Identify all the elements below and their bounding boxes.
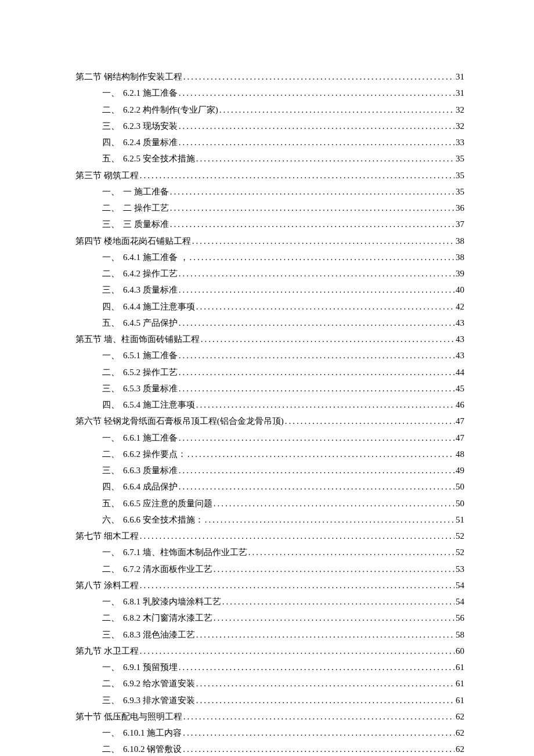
toc-entry-title: 6.4.4 施工注意事项 [123,302,195,311]
toc-entry-title: 6.5.2 操作工艺 [123,368,178,377]
toc-leader-dots [179,119,454,134]
toc-entry: 第十节 低压配电与照明工程62 [75,710,464,724]
toc-entry-title: 6.2.2 构件制作(专业厂家) [123,105,218,114]
toc-item-number: 二、 [102,676,123,691]
toc-item-number: 一、 [102,250,123,265]
toc-entry: 一、6.8.1 乳胶漆内墙涂料工艺54 [102,595,464,609]
toc-leader-dots [179,381,454,396]
toc-leader-dots [179,86,454,100]
toc-item-number: 五、 [102,496,123,511]
toc-entry: 二、6.10.2 钢管敷设62 [102,742,464,756]
toc-leader-dots [196,398,454,412]
toc-entry-title: 6.7.2 清水面板作业工艺 [123,564,212,574]
toc-entry: 四、6.5.4 施工注意事项46 [102,398,464,412]
toc-item-number: 二、 [102,267,123,281]
toc-leader-dots [179,660,454,675]
toc-entry-label: 四、6.4.4 施工注意事项 [102,300,195,314]
toc-entry-title: 钢结构制作安装工程 [104,72,182,81]
toc-entry-title: 6.10.2 钢管敷设 [123,744,182,754]
toc-entry-label: 二、6.10.2 钢管敷设 [102,742,182,756]
toc-entry-title: 水卫工程 [104,646,139,656]
toc-entry-label: 第九节 水卫工程 [75,644,139,658]
toc-page-number: 32 [456,119,464,134]
toc-item-number: 二、 [102,611,123,625]
toc-page-number: 31 [456,70,464,84]
toc-entry-title: 砌筑工程 [104,171,139,180]
toc-entry: 二、6.4.2 操作工艺39 [102,267,464,281]
toc-entry-label: 一、6.7.1 墙、柱饰面木制品作业工艺 [102,545,247,560]
toc-page-number: 43 [456,332,464,347]
toc-page-number: 62 [456,726,464,740]
toc-entry-label: 第四节 楼地面花岗石铺贴工程 [75,234,191,249]
toc-page-number: 39 [456,267,464,281]
toc-entry-label: 第七节 细木工程 [75,529,139,543]
toc-entry-label: 二、6.2.2 构件制作(专业厂家) [102,103,218,117]
toc-entry-title: 6.6.1 施工准备 [123,433,178,442]
toc-item-number: 三、 [102,283,123,297]
toc-entry: 一、一 施工准备35 [102,185,464,199]
toc-leader-dots [201,332,454,347]
toc-entry-title: 6.6.5 应注意的质量问题 [123,499,212,508]
toc-item-number: 一、 [102,595,123,609]
toc-page-number: 54 [456,578,464,593]
toc-page-number: 49 [456,463,464,478]
toc-page-number: 38 [456,250,464,265]
toc-page-number: 61 [456,676,464,691]
toc-entry-title: 6.4.5 产品保护 [123,318,178,327]
toc-entry: 三、6.4.3 质量标准40 [102,283,464,297]
toc-entry: 一、6.7.1 墙、柱饰面木制品作业工艺52 [102,545,464,560]
toc-item-number: 四、 [102,398,123,412]
toc-leader-dots [140,168,454,183]
toc-entry-label: 二、6.5.2 操作工艺 [102,365,178,380]
toc-leader-dots [179,135,454,150]
toc-entry-title: 6.2.5 安全技术措施 [123,154,195,163]
toc-item-number: 四、 [102,480,123,494]
toc-entry-label: 第五节 墙、柱面饰面砖铺贴工程 [75,332,200,347]
toc-entry-title: 6.7.1 墙、柱饰面木制品作业工艺 [123,548,247,557]
toc-item-number: 六、 [102,513,123,527]
toc-entry-label: 一、一 施工准备 [102,185,169,199]
toc-entry-label: 三、6.8.3 混色油漆工艺 [102,628,195,642]
toc-page-number: 54 [456,595,464,609]
toc-page-number: 46 [456,398,464,412]
toc-entry-title: 6.4.1 施工准备 ， [123,253,189,262]
toc-entry: 三、6.5.3 质量标准45 [102,381,464,396]
toc-entry-label: 第三节 砌筑工程 [75,168,139,183]
toc-entry-title: 6.6.3 质量标准 [123,466,178,475]
toc-page-number: 61 [456,660,464,675]
toc-entry: 第八节 涂料工程54 [75,578,464,593]
toc-entry-title: 6.5.1 施工准备 [123,351,178,360]
toc-leader-dots [170,185,454,199]
toc-leader-dots [179,283,454,297]
toc-entry: 一、6.2.1 施工准备31 [102,86,464,100]
toc-item-number: 四、 [102,135,123,150]
toc-leader-dots [170,201,454,215]
toc-page-number: 50 [456,480,464,494]
toc-entry-title: 一 施工准备 [123,187,169,196]
toc-entry-title: 6.4.3 质量标准 [123,285,178,294]
toc-entry-label: 一、6.2.1 施工准备 [102,86,178,100]
toc-entry-label: 三、6.9.3 排水管道安装 [102,693,195,708]
toc-entry-label: 一、6.6.1 施工准备 [102,431,178,445]
toc-item-number: 一、 [102,185,123,199]
toc-entry-label: 五、6.2.5 安全技术措施 [102,152,195,166]
toc-leader-dots [179,480,454,494]
toc-entry: 一、6.10.1 施工内容62 [102,726,464,740]
toc-leader-dots [140,578,454,593]
toc-page-number: 45 [456,381,464,396]
toc-entry-title: 6.2.4 质量标准 [123,138,178,147]
toc-page-number: 35 [456,185,464,199]
toc-item-number: 一、 [102,660,123,675]
toc-page-number: 38 [456,234,464,249]
toc-entry-title: 6.4.2 操作工艺 [123,269,178,278]
toc-entry-title: 涂料工程 [104,581,139,590]
toc-leader-dots [140,644,454,658]
toc-entry-label: 一、6.4.1 施工准备 ， [102,250,189,265]
toc-entry: 三、6.8.3 混色油漆工艺58 [102,628,464,642]
toc-entry-label: 三、6.4.3 质量标准 [102,283,178,297]
toc-leader-dots [196,676,454,691]
toc-entry-label: 一、6.5.1 施工准备 [102,348,178,363]
toc-entry: 四、6.4.4 施工注意事项42 [102,300,464,314]
toc-entry: 四、6.2.4 质量标准33 [102,135,464,150]
toc-entry: 三、6.2.3 现场安装32 [102,119,464,134]
